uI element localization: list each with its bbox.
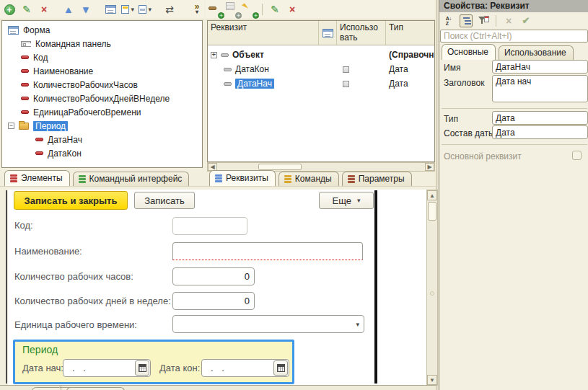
tab-label: Командный интерфейс <box>89 174 183 184</box>
move-down-icon[interactable]: ▼ <box>79 2 92 17</box>
properties-toolbar: A↓Z × ✔ <box>439 12 588 29</box>
save-close-button[interactable]: Записать и закрыть <box>14 191 128 210</box>
chevron-down-icon: ▾ <box>357 197 361 204</box>
object-icon <box>221 53 229 57</box>
tree-item-command-bar[interactable]: Командная панель <box>2 37 202 50</box>
add-object-attribute-icon[interactable]: + <box>243 2 256 17</box>
days-input[interactable]: 0 <box>172 292 255 310</box>
tree-item-datanach[interactable]: ДатаНач <box>2 133 202 146</box>
apply-icon[interactable]: ✔ <box>519 14 532 28</box>
table-row-datanach[interactable]: ДатаНач Дата <box>208 76 434 91</box>
tree-item-period[interactable]: − Период <box>2 119 202 133</box>
form-left-edge-handle[interactable] <box>6 190 7 384</box>
column-header-attribute: Реквизит <box>208 21 319 45</box>
main-attribute-label: Основной реквизит <box>444 151 522 161</box>
attribute-icon <box>224 82 232 86</box>
collapse-icon[interactable]: − <box>8 123 14 129</box>
tree-item-kolichestvo-dnei[interactable]: КоличествоРабочихДнейВНеделе <box>2 92 202 105</box>
tree-item-label: ДатаКон <box>48 149 82 159</box>
date-parts-property-input[interactable]: Дата <box>492 125 588 139</box>
tree-item-label: ЕдиницаРабочегоВремени <box>33 107 141 118</box>
folder-icon <box>19 123 29 130</box>
expand-icon[interactable]: + <box>211 52 217 58</box>
add-attribute-icon[interactable]: + <box>209 2 221 17</box>
attribute-name: Объект <box>232 50 264 60</box>
tree-item-kod[interactable]: Код <box>2 50 202 64</box>
date-start-calendar-button[interactable] <box>135 360 149 376</box>
column-header-form-icon <box>319 21 337 45</box>
command-bar-icon <box>21 41 31 47</box>
tree-item-form[interactable]: Форма <box>2 23 202 37</box>
unit-label: Единица рабочего времени: <box>14 319 137 330</box>
tab-rekvizity[interactable]: Реквизиты <box>209 170 276 186</box>
type-property-label: Тип <box>444 114 458 124</box>
save-button[interactable]: Записать <box>134 192 195 209</box>
tree-item-naimenovanie[interactable]: Наименование <box>2 64 202 78</box>
attributes-stack-icon <box>215 174 222 183</box>
preview-form-icon[interactable]: ▾ <box>121 2 134 17</box>
attribute-type: Дата <box>386 76 434 91</box>
form-vscrollbar[interactable]: ▲ ▼ <box>426 190 438 386</box>
more-icon[interactable]: »▾ <box>190 2 203 17</box>
more-button[interactable]: Еще▾ <box>319 192 374 209</box>
search-input[interactable] <box>440 30 588 43</box>
code-input[interactable] <box>172 217 247 235</box>
swap-order-icon[interactable]: ⇄ <box>163 2 176 17</box>
edit-icon[interactable]: ✎ <box>20 2 33 17</box>
tab-osnovnye[interactable]: Основные <box>442 44 496 60</box>
tab-ispolzovanie[interactable]: Использование <box>499 45 574 60</box>
use-checkbox[interactable] <box>343 81 349 87</box>
tree-item-datakon[interactable]: ДатаКон <box>2 146 202 160</box>
use-checkbox[interactable] <box>343 66 349 73</box>
filter-important-icon[interactable] <box>477 14 490 28</box>
name-property-input[interactable]: ДатаНач <box>492 60 588 74</box>
tree-item-kolichestvo-chasov[interactable]: КоличествоРабочихЧасов <box>2 78 202 92</box>
scroll-up-icon[interactable]: ▲ <box>427 190 437 200</box>
tab-parametry[interactable]: Параметры <box>342 172 412 186</box>
tab-komandy[interactable]: Команды <box>278 172 339 186</box>
tree-item-label: КоличествоРабочихЧасов <box>33 80 138 90</box>
tab-label: Использование <box>504 48 566 58</box>
hours-input[interactable]: 0 <box>172 267 255 285</box>
scroll-right-icon[interactable]: ▶ <box>425 163 434 171</box>
name-input[interactable] <box>172 242 363 260</box>
separator <box>442 144 587 145</box>
date-end-calendar-button[interactable] <box>273 360 288 376</box>
type-property-input[interactable]: Дата <box>492 111 588 125</box>
tab-modul[interactable]: Модуль <box>66 387 125 390</box>
tab-elementy[interactable]: Элементы <box>4 170 70 186</box>
field-icon <box>21 56 29 59</box>
elements-panel: + ✎ × ▲ ▼ ▾ ▾ ⇄ »▾ Форма Командная панел… <box>0 0 204 186</box>
commands-stack-icon <box>284 174 291 184</box>
tree-item-label: Код <box>33 53 48 63</box>
vscroll-thumb[interactable] <box>428 202 436 221</box>
chevron-down-icon: ▾ <box>356 321 359 328</box>
add-icon[interactable]: + <box>3 2 16 17</box>
attributes-toolbar: + + + ✎ × <box>206 0 435 19</box>
elements-panel-tabs: Элементы Командный интерфейс <box>4 170 189 186</box>
unit-combobox[interactable]: ▾ <box>172 315 364 333</box>
layout-mode-icon[interactable]: ▾ <box>139 2 152 17</box>
tab-komandny-interfeys[interactable]: Командный интерфейс <box>73 172 190 186</box>
tab-label: Параметры <box>359 174 405 184</box>
title-property-input[interactable]: Дата нач <box>492 75 588 102</box>
cancel-icon[interactable]: × <box>502 14 515 28</box>
table-row-datakon[interactable]: ДатаКон Дата <box>208 62 434 76</box>
period-group: Период Дата нач: . . Дата кон: . . <box>13 340 294 384</box>
edit-icon[interactable]: ✎ <box>268 2 281 17</box>
hscroll-thumb[interactable] <box>258 164 302 170</box>
scroll-down-icon[interactable]: ▼ <box>427 375 437 385</box>
add-tabular-section-icon[interactable]: + <box>226 2 239 17</box>
form-width-handle[interactable] <box>374 190 377 384</box>
group-by-category-icon[interactable] <box>460 14 473 27</box>
check-elements-icon[interactable] <box>104 2 117 17</box>
delete-icon[interactable]: × <box>286 2 299 17</box>
tab-label: Команды <box>295 174 332 184</box>
main-attribute-checkbox[interactable] <box>572 151 582 160</box>
tree-item-edinitsa[interactable]: ЕдиницаРабочегоВремени <box>2 105 202 119</box>
sort-alphabetical-icon[interactable]: A↓Z <box>442 14 455 28</box>
delete-icon[interactable]: × <box>38 2 51 17</box>
move-up-icon[interactable]: ▲ <box>62 2 75 17</box>
elements-toolbar: + ✎ × ▲ ▼ ▾ ▾ ⇄ »▾ <box>0 0 204 19</box>
table-row-obyekt[interactable]: +Объект (Справочни <box>208 48 434 62</box>
